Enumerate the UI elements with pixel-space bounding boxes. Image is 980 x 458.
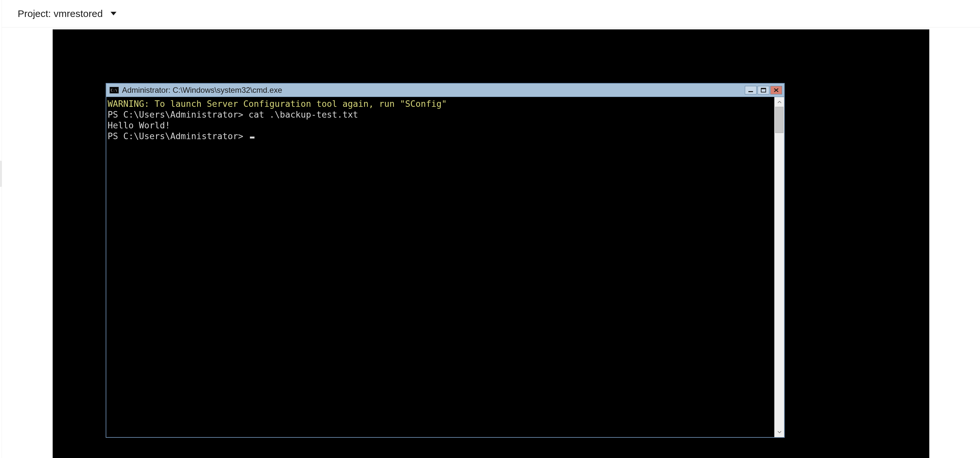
maximize-icon	[760, 88, 767, 92]
close-icon	[773, 88, 779, 92]
scroll-thumb[interactable]	[775, 107, 783, 133]
cmd-line-prompt-2: PS C:\Users\Administrator>	[108, 131, 248, 141]
close-button[interactable]	[770, 86, 782, 94]
vm-screen[interactable]: C:\ Administrator: C:\Windows\system32\c…	[52, 29, 929, 458]
cmd-cursor	[250, 136, 255, 138]
header-bar: Project: vmrestored	[2, 0, 980, 27]
vertical-scrollbar[interactable]	[774, 97, 784, 437]
scroll-down-button[interactable]	[775, 427, 784, 437]
cmd-client-area: WARNING: To launch Server Configuration …	[106, 97, 784, 437]
svg-rect-0	[748, 91, 753, 92]
window-buttons	[745, 86, 782, 94]
cmd-line-warning: WARNING: To launch Server Configuration …	[108, 99, 447, 109]
cmd-titlebar[interactable]: C:\ Administrator: C:\Windows\system32\c…	[106, 84, 784, 97]
cmd-title-text: Administrator: C:\Windows\system32\cmd.e…	[122, 86, 741, 95]
chevron-up-icon	[778, 101, 781, 103]
scroll-up-button[interactable]	[775, 97, 784, 107]
svg-rect-2	[761, 88, 766, 89]
cmd-line-output: Hello World!	[108, 120, 170, 130]
maximize-button[interactable]	[757, 86, 769, 94]
project-selector[interactable]: Project: vmrestored	[18, 8, 116, 19]
chevron-down-icon	[778, 431, 781, 434]
cmd-line-prompt-1: PS C:\Users\Administrator> cat .\backup-…	[108, 109, 358, 120]
scroll-track[interactable]	[775, 107, 784, 427]
project-label: Project: vmrestored	[18, 8, 103, 19]
viewer-area: C:\ Administrator: C:\Windows\system32\c…	[2, 27, 980, 458]
minimize-button[interactable]	[745, 86, 757, 94]
cmd-window: C:\ Administrator: C:\Windows\system32\c…	[106, 83, 785, 438]
cmd-body[interactable]: WARNING: To launch Server Configuration …	[106, 97, 774, 437]
cmd-icon: C:\	[110, 87, 119, 94]
minimize-icon	[748, 88, 754, 92]
caret-down-icon	[111, 12, 116, 15]
